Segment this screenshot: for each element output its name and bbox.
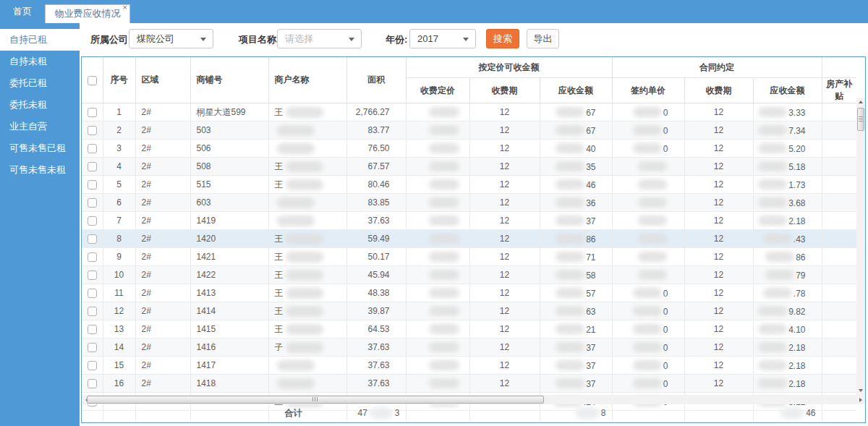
row-contract-price: 0 [612, 140, 684, 158]
row-receivable: 67 [540, 103, 612, 122]
row-contract-period: 12 [684, 248, 753, 266]
redacted-contract-price [638, 179, 667, 189]
row-subsidy [822, 194, 856, 212]
table-row[interactable]: 92#1421王50.1712711286 [82, 248, 856, 266]
table-row[interactable]: 132#1415王64.5312210124.10 [82, 320, 856, 338]
row-checkbox[interactable] [88, 144, 97, 153]
sidebar-item-self-held-unrented[interactable]: 自持未租 [0, 51, 80, 72]
row-shop: 506 [190, 140, 268, 158]
row-unit-price [406, 375, 469, 393]
table-row[interactable]: 62#60383.851236123.68 [82, 194, 856, 212]
sidebar-item-owner-operated[interactable]: 业主自营 [0, 116, 80, 137]
row-checkbox[interactable] [88, 216, 97, 226]
row-receivable: 46 [540, 176, 612, 194]
row-zone: 2# [135, 266, 190, 284]
row-contract-price: 0 [612, 338, 684, 357]
row-shop: 503 [190, 122, 268, 140]
scroll-up-arrow-icon[interactable] [856, 98, 865, 106]
row-contract-receivable: .43 [753, 230, 822, 248]
row-contract-period: 12 [684, 103, 753, 122]
table-row[interactable]: 122#1414王39.8712630129.82 [82, 302, 856, 320]
sidebar-item-sellable-unsold-unrented[interactable]: 可售未售未租 [0, 159, 80, 181]
scroll-down-arrow-icon[interactable] [856, 386, 865, 395]
table-row[interactable]: 82#1420王59.49128612.43 [82, 230, 856, 248]
redacted-receivable [556, 342, 584, 352]
col-header-contract-receivable: 应收金额 [753, 78, 822, 103]
table-row[interactable]: 142#1416子37.6312370122.18 [82, 338, 856, 357]
row-contract-period: 12 [684, 284, 753, 302]
row-checkbox[interactable] [88, 325, 97, 334]
close-icon[interactable]: × [123, 4, 127, 12]
row-subsidy [822, 375, 856, 393]
row-checkbox[interactable] [88, 307, 97, 316]
row-area: 37.63 [346, 212, 406, 230]
row-unit-price [406, 140, 469, 158]
row-checkbox[interactable] [88, 270, 97, 280]
row-shop: 桐星大道599 [190, 103, 268, 122]
row-subsidy [822, 176, 856, 194]
row-receivable: 57 [540, 284, 612, 302]
sidebar-item-entrusted-rented[interactable]: 委托已租 [0, 72, 80, 94]
horizontal-scrollbar-thumb[interactable] [87, 396, 544, 404]
table-row[interactable]: 32#50676.5012400125.20 [82, 140, 856, 158]
company-select[interactable]: 煤院公司 [129, 29, 213, 48]
row-checkbox[interactable] [88, 162, 97, 171]
chevron-down-icon [349, 38, 354, 41]
row-unit-price [406, 302, 469, 320]
row-fee-period: 12 [469, 194, 540, 212]
row-checkbox[interactable] [88, 361, 97, 370]
table-row[interactable]: 12#桐星大道599王2,766.2712670123.33 [82, 103, 856, 122]
row-checkbox[interactable] [88, 379, 97, 388]
row-checkbox[interactable] [88, 108, 97, 117]
tab-home[interactable]: 首页 [13, 0, 32, 23]
col-header-fee-period: 收费期 [469, 78, 540, 103]
tab-property-fee-receivables[interactable]: 物业费应收情况 × [45, 4, 130, 23]
redacted-contract-receivable [758, 197, 787, 208]
table-row[interactable]: 162#141837.6312370122.18 [82, 375, 856, 393]
row-contract-period: 12 [684, 375, 753, 393]
sidebar-item-sellable-unsold-rented[interactable]: 可售未售已租 [0, 137, 80, 159]
horizontal-scrollbar[interactable] [82, 395, 865, 404]
row-checkbox[interactable] [88, 198, 97, 208]
table-row[interactable]: 152#141737.6312370122.18 [82, 357, 856, 375]
row-shop: 1419 [190, 212, 268, 230]
tab-bar: 首页 物业费应收情况 × [0, 0, 868, 23]
row-checkbox[interactable] [88, 234, 97, 244]
redacted-contract-receivable [758, 179, 787, 189]
sidebar-item-self-held-rented[interactable]: 自持已租 [0, 29, 80, 51]
row-zone: 2# [135, 212, 190, 230]
row-contract-period: 12 [684, 266, 753, 284]
row-select-cell [82, 158, 103, 176]
redacted-merchant-name [286, 252, 323, 263]
search-button[interactable]: 搜索 [486, 29, 519, 48]
redacted-unit-price [429, 216, 459, 226]
export-button[interactable]: 导出 [527, 29, 559, 48]
row-checkbox[interactable] [88, 126, 97, 135]
row-fee-period: 12 [469, 357, 540, 375]
table-row[interactable]: 22#50383.7712670127.34 [82, 122, 856, 140]
scroll-right-arrow-icon[interactable] [856, 395, 865, 404]
year-select[interactable]: 2017 [409, 29, 476, 48]
row-merchant: 王 [268, 284, 346, 302]
row-select-cell [82, 338, 103, 357]
row-checkbox[interactable] [88, 180, 97, 189]
select-all-checkbox[interactable] [88, 76, 97, 85]
table-row[interactable]: 112#1413王48.381257012.78 [82, 284, 856, 302]
table-row[interactable]: 42#508王67.571235125.18 [82, 158, 856, 176]
sidebar-item-entrusted-unrented[interactable]: 委托未租 [0, 94, 80, 116]
table-row[interactable]: 52#515王80.461246121.73 [82, 176, 856, 194]
row-zone: 2# [135, 357, 190, 375]
row-zone: 2# [135, 302, 190, 320]
table-row[interactable]: 102#1422王45.9412581279 [82, 266, 856, 284]
vertical-scrollbar-thumb[interactable] [857, 108, 864, 131]
vertical-scrollbar[interactable] [856, 98, 865, 395]
totals-empty-cell [135, 405, 190, 421]
row-checkbox[interactable] [88, 343, 97, 352]
table-row[interactable]: 72#141937.631237122.18 [82, 212, 856, 230]
row-contract-price: 0 [612, 375, 684, 393]
project-select[interactable]: 请选择 [277, 29, 362, 48]
row-checkbox[interactable] [88, 289, 97, 298]
row-contract-price: 0 [612, 284, 684, 302]
row-checkbox[interactable] [88, 252, 97, 262]
row-select-cell [82, 266, 103, 284]
